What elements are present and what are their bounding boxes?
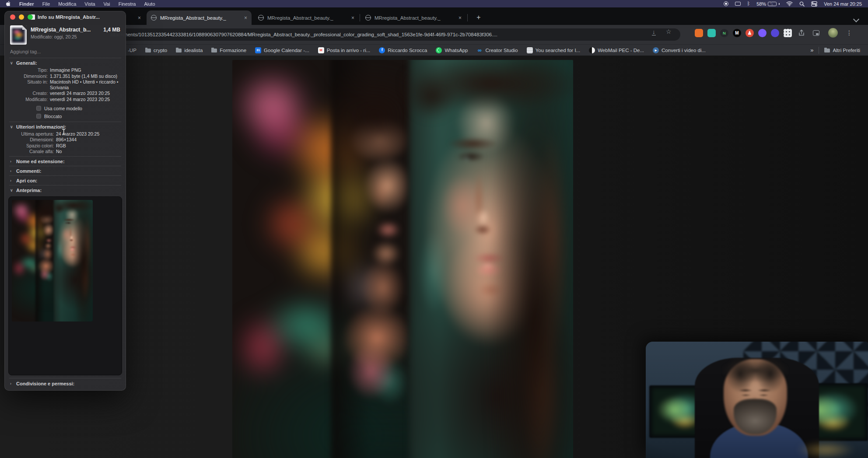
new-tab-button[interactable]: + xyxy=(473,12,484,23)
extension-icon[interactable]: ♟ xyxy=(746,29,754,37)
battery-status[interactable]: 58% ϟ xyxy=(756,1,780,7)
file-header: MRregista_Abstract_b... 1,4 MB Modificat… xyxy=(5,23,126,45)
checkbox-label: Bloccato xyxy=(44,114,62,119)
disclosure-closed-icon: › xyxy=(10,381,14,386)
control-center-icon[interactable] xyxy=(811,1,817,7)
bookmark-star-icon[interactable]: ☆ xyxy=(666,28,672,35)
bookmark-item[interactable]: ▶Converti i video di... xyxy=(653,47,706,53)
menubar-item-file[interactable]: File xyxy=(42,1,50,7)
address-bar[interactable]: attachments/1013512335442333816/10889063… xyxy=(104,28,680,41)
menubar-item-finestra[interactable]: Finestra xyxy=(119,1,136,7)
tab-divider xyxy=(467,14,468,21)
section-sharing-header[interactable]: › Condivisione e permessi: xyxy=(10,381,120,386)
browser-menu-icon[interactable]: ⋮ xyxy=(846,30,852,36)
bookmark-label: Converti i video di... xyxy=(662,48,706,53)
tab-search-chevron-icon[interactable] xyxy=(853,16,859,22)
tab-label: MRregista_Abstract_beauty._ xyxy=(267,15,333,21)
screen-record-icon[interactable] xyxy=(724,1,728,6)
checkbox-icon[interactable] xyxy=(36,114,41,119)
preview-thumbnail xyxy=(12,200,93,322)
profile-avatar[interactable] xyxy=(828,28,838,38)
row-value: Macintosh HD • Utenti • riccardo • Scriv… xyxy=(50,79,120,90)
share-icon[interactable] xyxy=(798,29,805,36)
general-checkboxes: Usa come modello Bloccato xyxy=(36,106,120,119)
tab-2[interactable]: MRregista_Abstract_beauty._ × xyxy=(254,10,359,25)
artwork-hair xyxy=(403,60,574,458)
apple-menu[interactable] xyxy=(6,1,11,7)
section-preview-header[interactable]: ∨ Anteprima: xyxy=(10,188,120,193)
row-value: venerdì 24 marzo 2023 20:25 xyxy=(50,91,120,96)
menubar-item-vista[interactable]: Vista xyxy=(84,1,95,7)
bookmark-item[interactable]: WhatsApp xyxy=(436,47,468,53)
bookmark-item[interactable]: You searched for I... xyxy=(527,47,581,53)
menubar-item-vai[interactable]: Vai xyxy=(104,1,110,7)
midjourney-artwork-image[interactable] xyxy=(232,60,573,458)
extension-icon[interactable] xyxy=(695,29,703,37)
picture-in-picture-icon[interactable] xyxy=(813,30,819,36)
row-value: 1.371.351 byte (1,4 MB su disco) xyxy=(50,73,120,79)
section-collapsed-header[interactable]: › Apri con: xyxy=(10,178,120,183)
tab-close-icon[interactable]: × xyxy=(351,15,354,21)
section-collapsed-header[interactable]: › Nome ed estensione: xyxy=(10,159,120,164)
tab-label: MRregista_Abstract_beauty._ xyxy=(160,15,226,21)
window-title: Info su MRregista_Abstr... xyxy=(38,14,100,20)
bookmark-folder[interactable]: crypto xyxy=(145,48,167,53)
bookmark-item[interactable]: 31Google Calendar -... xyxy=(255,47,309,53)
row-label: Modificato: xyxy=(10,97,48,102)
window-titlebar[interactable]: Info su MRregista_Abstr... xyxy=(5,11,126,23)
close-button[interactable] xyxy=(10,14,15,20)
menubar-item-aiuto[interactable]: Aiuto xyxy=(144,1,155,7)
webcam-overlay xyxy=(646,342,868,458)
tab-close-icon[interactable]: × xyxy=(138,15,141,21)
section-open-with: › Apri con: xyxy=(5,176,126,185)
folder-icon xyxy=(145,49,151,52)
bookmark-item[interactable]: ∞Creator Studio xyxy=(477,47,518,53)
checkbox-icon[interactable] xyxy=(36,106,41,111)
section-more-info-header[interactable]: ∨ Ulteriori informazioni: xyxy=(10,124,120,129)
tab-close-icon[interactable]: × xyxy=(244,15,247,21)
section-general-header[interactable]: ∨ Generali: xyxy=(10,60,120,66)
bookmark-label: Altri Preferiti xyxy=(833,48,860,53)
other-bookmarks-folder[interactable]: Altri Preferiti xyxy=(824,48,860,53)
menubar-item-finder[interactable]: Finder xyxy=(19,1,34,7)
add-tags-input[interactable] xyxy=(10,49,120,54)
bookmark-item[interactable]: WebMail PEC - De... xyxy=(589,47,644,53)
section-title: Ulteriori informazioni: xyxy=(16,124,66,129)
menubar-item-modifica[interactable]: Modifica xyxy=(58,1,76,7)
extension-icon[interactable] xyxy=(707,29,716,37)
png-file-icon xyxy=(10,25,27,45)
bookmark-item[interactable]: fRiccardo Scrocca xyxy=(379,47,427,53)
folder-icon xyxy=(824,49,830,52)
bookmark-item[interactable]: MPosta in arrivo - ri... xyxy=(318,47,371,53)
tab-close-icon[interactable]: × xyxy=(458,15,462,21)
browser-toolbar: attachments/1013512335442333816/10889063… xyxy=(0,25,868,44)
extension-icon[interactable]: M xyxy=(733,29,741,37)
bookmark-folder[interactable]: idealista xyxy=(176,48,203,53)
section-more-info: ∨ Ulteriori informazioni: Ultima apertur… xyxy=(5,122,126,156)
file-size: 1,4 MB xyxy=(103,27,120,33)
bookmark-folder[interactable]: Formazione xyxy=(211,48,246,53)
locked-checkbox[interactable]: Bloccato xyxy=(36,114,120,119)
bookmark-item[interactable]: -UP xyxy=(128,48,136,53)
extension-icon[interactable] xyxy=(771,29,779,37)
minimize-button[interactable] xyxy=(19,14,24,20)
row-label: Canale alfa: xyxy=(10,149,54,154)
extensions-row: N M ♟ ⋮ xyxy=(695,28,852,38)
webmail-pec-icon xyxy=(589,47,595,53)
spotlight-search-icon[interactable] xyxy=(799,1,805,7)
zoom-button[interactable] xyxy=(28,14,33,20)
bookmarks-overflow-icon[interactable]: » xyxy=(810,47,813,53)
extension-icon[interactable] xyxy=(784,29,792,37)
bluetooth-icon[interactable]: ᛒ xyxy=(747,1,750,6)
display-icon[interactable] xyxy=(735,2,741,6)
menubar-clock[interactable]: Ven 24 mar 20:25 xyxy=(824,1,862,7)
tab-3[interactable]: MRregista_Abstract_beauty._ × xyxy=(361,10,466,25)
stationery-pad-checkbox[interactable]: Usa come modello xyxy=(36,106,120,111)
battery-icon: ϟ xyxy=(768,2,777,6)
download-icon[interactable]: ↓ xyxy=(652,29,656,35)
wifi-icon[interactable] xyxy=(786,1,793,6)
section-collapsed-header[interactable]: › Commenti: xyxy=(10,168,120,174)
extension-icon[interactable]: N xyxy=(720,29,728,37)
extension-icon[interactable] xyxy=(758,29,766,37)
tab-active[interactable]: MRregista_Abstract_beauty._ × xyxy=(147,10,252,25)
